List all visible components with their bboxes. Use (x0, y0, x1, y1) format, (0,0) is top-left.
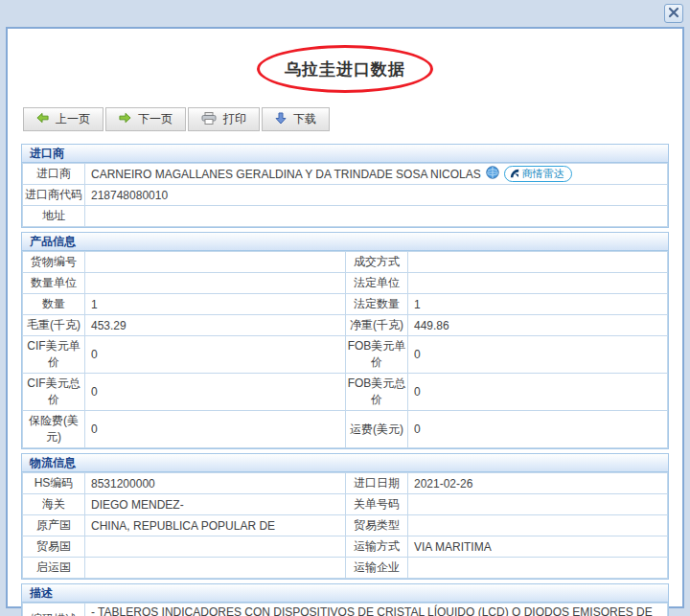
table-row: CIF美元单价 0 FOB美元单价 0 (23, 336, 668, 374)
download-button[interactable]: 下载 (262, 107, 330, 131)
field-value (85, 273, 346, 294)
section-logistics: 物流信息 HS编码 8531200000 进口日期 2021-02-26 海关 … (21, 453, 669, 580)
business-radar-label: 商情雷达 (522, 167, 564, 181)
logistics-table: HS编码 8531200000 进口日期 2021-02-26 海关 DIEGO… (22, 472, 668, 579)
section-logistics-header: 物流信息 (22, 454, 668, 472)
arrow-left-icon (36, 112, 49, 126)
field-value: 1 (408, 294, 668, 315)
field-label: 运费(美元) (346, 411, 408, 448)
prev-page-button[interactable]: 上一页 (23, 107, 104, 131)
field-value: 1 (85, 294, 346, 315)
table-row: 数量单位 法定单位 (23, 273, 668, 294)
field-label: 启运国 (23, 558, 85, 579)
field-value (408, 558, 668, 579)
description-table: 编码描述 - TABLEROS INDICADORES CON DISPOSIT… (22, 603, 668, 616)
field-value: 453.29 (85, 315, 346, 336)
toolbar: 上一页 下一页 打印 (23, 107, 669, 131)
field-label: 关单号码 (346, 494, 408, 515)
field-label: 编码描述 (23, 604, 85, 616)
field-value: 449.86 (408, 315, 668, 336)
next-page-label: 下一页 (138, 111, 172, 127)
prev-page-label: 上一页 (56, 111, 90, 127)
field-label: CIF美元总价 (23, 374, 85, 411)
field-label: FOB美元单价 (346, 336, 408, 374)
field-label: 货物编号 (23, 252, 85, 273)
field-label: 进口商代码 (23, 185, 85, 206)
field-label: 进口日期 (346, 473, 408, 494)
import-data-dialog: 乌拉圭进口数据 上一页 下一页 (6, 27, 684, 608)
section-product: 产品信息 货物编号 成交方式 数量单位 法定单位 数量 1 (21, 232, 669, 449)
table-row: HS编码 8531200000 进口日期 2021-02-26 (23, 473, 668, 494)
table-row: 保险费(美元) 0 运费(美元) 0 (23, 411, 668, 448)
field-value (408, 515, 668, 536)
field-value: 218748080010 (85, 185, 668, 206)
importer-table: 进口商 CARNEIRO MAGALLANES GERALDINA Y DA T… (22, 163, 668, 227)
field-value (85, 252, 346, 273)
field-label: 保险费(美元) (23, 411, 85, 448)
table-row: 海关 DIEGO MENDEZ- 关单号码 (23, 494, 668, 515)
field-value (408, 252, 668, 273)
window-titlebar (0, 0, 690, 27)
field-label: 法定单位 (346, 273, 408, 294)
field-label: 毛重(千克) (23, 315, 85, 336)
field-value (408, 494, 668, 515)
table-row: 进口商 CARNEIRO MAGALLANES GERALDINA Y DA T… (23, 164, 668, 185)
close-button[interactable] (664, 4, 683, 23)
table-row: 毛重(千克) 453.29 净重(千克) 449.86 (23, 315, 668, 336)
table-row: 进口商代码 218748080010 (23, 185, 668, 206)
table-row: 数量 1 法定数量 1 (23, 294, 668, 315)
business-radar-badge[interactable]: 商情雷达 (504, 166, 572, 182)
field-label: 海关 (23, 494, 85, 515)
field-label: 净重(千克) (346, 315, 408, 336)
field-value: CHINA, REPUBLICA POPULAR DE (85, 515, 346, 536)
arrow-right-icon (119, 112, 131, 126)
field-value: - TABLEROS INDICADORES CON DISPOSITIVOS … (85, 604, 668, 616)
next-page-button[interactable]: 下一页 (105, 107, 186, 131)
field-value: 2021-02-26 (408, 473, 668, 494)
field-value (85, 206, 668, 227)
field-value: DIEGO MENDEZ- (85, 494, 346, 515)
arrow-down-icon (275, 112, 287, 127)
field-value (408, 273, 668, 294)
field-label: 数量单位 (23, 273, 85, 294)
field-value: 0 (85, 336, 346, 374)
title-area: 乌拉圭进口数据 (21, 40, 669, 98)
field-value (85, 558, 346, 579)
field-label: HS编码 (23, 473, 85, 494)
field-label: 运输方式 (346, 536, 408, 558)
table-row: 贸易国 运输方式 VIA MARITIMA (23, 536, 668, 558)
field-value: 8531200000 (85, 473, 346, 494)
field-label: 进口商 (23, 164, 85, 185)
table-row: 原产国 CHINA, REPUBLICA POPULAR DE 贸易类型 (23, 515, 668, 536)
field-value: 0 (408, 336, 668, 374)
section-product-header: 产品信息 (22, 233, 668, 251)
table-row: CIF美元总价 0 FOB美元总价 0 (23, 374, 668, 411)
field-label: 贸易国 (23, 536, 85, 558)
download-label: 下载 (293, 111, 316, 127)
table-row: 地址 (23, 206, 668, 227)
section-importer-header: 进口商 (22, 145, 668, 163)
field-value (85, 536, 346, 558)
field-value: 0 (408, 374, 668, 411)
importer-name: CARNEIRO MAGALLANES GERALDINA Y DA TRIND… (91, 168, 481, 181)
table-row: 编码描述 - TABLEROS INDICADORES CON DISPOSIT… (23, 604, 668, 616)
field-label: 成交方式 (346, 252, 408, 273)
product-table: 货物编号 成交方式 数量单位 法定单位 数量 1 法定数量 1 (22, 251, 668, 448)
section-description: 描述 编码描述 - TABLEROS INDICADORES CON DISPO… (21, 583, 669, 616)
field-label: 运输企业 (346, 558, 408, 579)
field-value: VIA MARITIMA (408, 536, 668, 558)
field-label: FOB美元总价 (346, 374, 408, 411)
section-description-header: 描述 (22, 584, 668, 603)
field-label: 贸易类型 (346, 515, 408, 536)
globe-icon[interactable] (486, 166, 499, 182)
page-title: 乌拉圭进口数据 (285, 58, 405, 80)
print-label: 打印 (223, 111, 246, 127)
field-label: 地址 (23, 206, 85, 227)
field-label: 原产国 (23, 515, 85, 536)
field-label: 法定数量 (346, 294, 408, 315)
table-row: 货物编号 成交方式 (23, 252, 668, 273)
close-icon (668, 5, 679, 22)
radar-icon (510, 169, 519, 180)
table-row: 启运国 运输企业 (23, 558, 668, 579)
print-button[interactable]: 打印 (188, 107, 260, 131)
